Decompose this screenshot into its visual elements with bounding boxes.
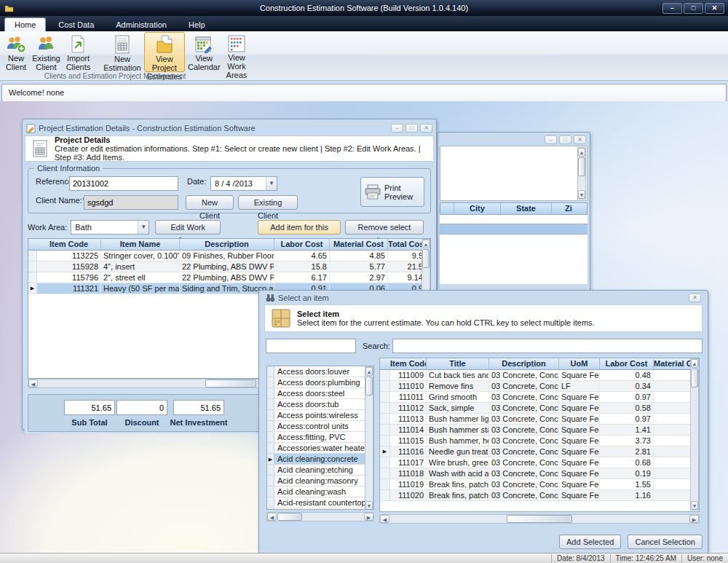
clients-grid-selected-row[interactable] — [440, 224, 587, 235]
scrollbar-thumb[interactable] — [205, 379, 256, 387]
view-calendar-button[interactable]: View Calendar — [185, 32, 223, 72]
table-row[interactable]: 115796 2", street ell 22 Plumbing, ABS D… — [28, 272, 430, 283]
print-preview-button[interactable]: Print Preview — [360, 177, 424, 207]
scrollbar-thumb[interactable] — [507, 515, 572, 523]
scrollbar-thumb[interactable] — [277, 513, 302, 521]
scroll-up-icon[interactable]: ▲ — [578, 148, 585, 157]
horizontal-scrollbar[interactable]: ◀ ▶ — [379, 514, 700, 524]
table-row[interactable]: 111018 Wash with acid a 03 Concrete, Con… — [380, 468, 690, 479]
scroll-left-icon[interactable]: ◀ — [28, 379, 38, 387]
tab-home[interactable]: Home — [4, 17, 46, 31]
table-row[interactable]: 113225 Stringer cover, 0.100", 09 Finish… — [28, 251, 430, 261]
reference-input[interactable] — [69, 176, 178, 191]
maximize-icon[interactable]: □ — [405, 124, 418, 133]
scroll-up-icon[interactable]: ▲ — [691, 359, 698, 368]
list-item[interactable]: Access doors:louver — [267, 366, 365, 377]
scrollbar-thumb[interactable] — [578, 157, 585, 176]
table-row[interactable]: 111011 Grind smooth 03 Concrete, Concret… — [380, 392, 690, 403]
column-header[interactable]: State — [500, 203, 551, 214]
list-item[interactable]: Access:control units — [267, 421, 365, 432]
restore-icon[interactable]: □ — [684, 3, 703, 14]
remove-item-button[interactable]: Remove select item — [345, 220, 424, 235]
client-name-input[interactable] — [84, 195, 178, 210]
vertical-scrollbar[interactable]: ▲ ▼ — [365, 366, 373, 510]
existing-client-button[interactable]: Existing Client — [29, 32, 63, 72]
list-item[interactable]: Acid cleaning:concrete — [267, 454, 365, 465]
table-row[interactable]: 111012 Sack, simple 03 Concrete, Concret… — [380, 403, 690, 414]
scroll-down-icon[interactable]: ▼ — [578, 190, 585, 199]
list-item[interactable]: Acid cleaning:wash — [267, 487, 365, 497]
project-window-titlebar[interactable]: Project Estimation Details - Constructio… — [25, 122, 434, 135]
scroll-down-icon[interactable]: ▼ — [365, 501, 373, 510]
new-client-button[interactable]: New Client — [3, 32, 29, 72]
table-row[interactable]: 111016 Needle gun treat 03 Concrete, Con… — [380, 446, 690, 457]
close-icon[interactable]: ✕ — [689, 294, 701, 302]
table-row[interactable]: 111019 Break fins, patch 03 Concrete, Co… — [380, 479, 690, 490]
discount-input[interactable] — [116, 400, 167, 415]
column-header[interactable]: Description — [489, 358, 559, 369]
horizontal-scrollbar[interactable]: ◀ ▶ — [266, 512, 374, 521]
scroll-down-icon[interactable]: ▼ — [691, 501, 698, 510]
close-icon[interactable]: ✕ — [574, 135, 586, 144]
chevron-down-icon[interactable]: ▼ — [266, 177, 277, 190]
table-row[interactable]: 111013 Bush hammer lig 03 Concrete, Conc… — [380, 414, 690, 425]
scroll-up-icon[interactable]: ▲ — [365, 367, 373, 376]
minimize-icon[interactable]: – — [545, 135, 557, 144]
scroll-right-icon[interactable]: ▶ — [364, 513, 373, 521]
date-dropdown[interactable]: 8 / 4 /2013 ▼ — [210, 176, 277, 191]
table-row[interactable]: 111010 Remove fins 03 Concrete, Concrete… — [380, 381, 690, 392]
column-header[interactable]: City — [454, 203, 500, 214]
list-item[interactable]: Accessories:water heater — [267, 443, 365, 454]
chevron-down-icon[interactable]: ▼ — [138, 221, 149, 234]
column-header[interactable]: Description — [180, 239, 274, 250]
column-header[interactable]: Material Cost — [330, 239, 388, 250]
minimize-icon[interactable]: – — [662, 3, 682, 14]
scroll-right-icon[interactable]: ▶ — [689, 515, 699, 523]
scroll-left-icon[interactable]: ◀ — [267, 513, 277, 521]
search-input[interactable] — [392, 339, 703, 353]
list-item[interactable]: Access:fitting, PVC — [267, 432, 365, 443]
column-header[interactable]: Item Name — [101, 239, 180, 250]
vertical-scrollbar[interactable]: ▲ ▼ — [690, 358, 699, 511]
close-icon[interactable]: ✕ — [705, 3, 724, 14]
list-item[interactable]: Access doors:tub — [267, 399, 365, 410]
column-header[interactable]: Labor Cost — [274, 239, 330, 250]
table-row[interactable]: 111017 Wire brush, greer 03 Concrete, Co… — [380, 457, 690, 468]
scrollbar-thumb[interactable] — [365, 377, 373, 395]
tab-cost-data[interactable]: Cost Data — [49, 18, 103, 31]
scroll-left-icon[interactable]: ◀ — [380, 515, 389, 523]
import-clients-button[interactable]: Import Clients — [63, 32, 94, 72]
column-header[interactable]: Material Co — [654, 358, 690, 369]
close-icon[interactable]: ✕ — [420, 124, 432, 133]
list-item[interactable]: Access points:wireless — [267, 410, 365, 421]
existing-client-button[interactable]: Existing Client — [238, 195, 298, 210]
edit-work-areas-button[interactable]: Edit Work Areas — [155, 220, 221, 235]
add-item-button[interactable]: Add item for this area — [258, 220, 341, 235]
column-header[interactable]: Labor Cost — [600, 358, 654, 369]
vertical-scrollbar[interactable]: ▲ ▼ — [577, 147, 586, 200]
tab-help[interactable]: Help — [179, 18, 215, 31]
new-client-button[interactable]: New Client — [186, 195, 234, 210]
category-filter-input[interactable] — [266, 339, 356, 353]
list-item[interactable]: Access doors:steel — [267, 388, 365, 399]
view-project-estimates-button[interactable]: View Project Estimates — [144, 32, 185, 72]
new-estimation-button[interactable]: New Estimation — [100, 32, 143, 72]
cancel-selection-button[interactable]: Cancel Selection — [628, 535, 703, 549]
column-header[interactable]: Item Code — [390, 358, 427, 369]
column-header[interactable]: Title — [427, 358, 489, 369]
scrollbar-thumb[interactable] — [422, 249, 430, 268]
column-header[interactable]: Item Code — [37, 239, 101, 250]
clients-grid-row[interactable] — [440, 215, 587, 224]
table-row[interactable]: 111015 Bush hammer, he 03 Concrete, Conc… — [380, 436, 690, 446]
view-work-areas-button[interactable]: View Work Areas — [223, 32, 250, 72]
scrollbar-thumb[interactable] — [691, 369, 698, 387]
column-header[interactable]: Total Cost/Unit — [388, 239, 426, 250]
maximize-icon[interactable]: □ — [559, 135, 571, 144]
column-header[interactable]: UoM — [559, 358, 600, 369]
list-item[interactable]: Acid cleaning:masonry — [267, 476, 365, 487]
minimize-icon[interactable]: – — [391, 124, 403, 133]
table-row[interactable]: 115928 4", insert 22 Plumbing, ABS DWV P… — [28, 261, 430, 272]
column-header[interactable]: Zi — [551, 203, 585, 214]
table-row[interactable]: 111020 Break fins, patch 03 Concrete, Co… — [380, 490, 690, 501]
scroll-up-icon[interactable]: ▲ — [422, 240, 430, 248]
